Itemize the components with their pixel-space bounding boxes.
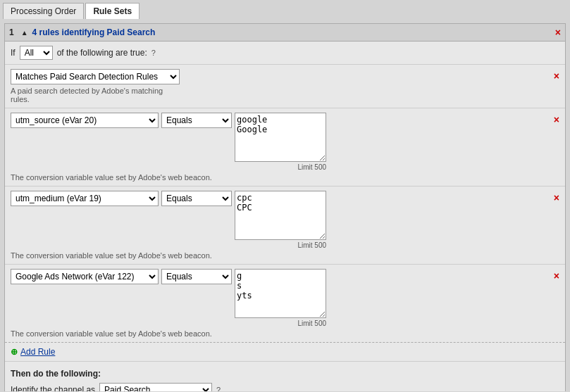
- help-icon-identify[interactable]: ?: [216, 386, 221, 391]
- of-following-label: of the following are true:: [57, 48, 147, 58]
- add-rule-link[interactable]: Add Rule: [20, 347, 55, 357]
- rule-2-limit-label: Limit 500: [235, 163, 326, 171]
- identify-label: Identify the channel as: [11, 385, 95, 391]
- rule-4-operator-dropdown[interactable]: Equals Contains Does Not Equal: [161, 269, 232, 284]
- rule-block-2: utm_source (eVar 20) Equals Contains Doe…: [5, 108, 565, 186]
- rule-block-2-inner: utm_source (eVar 20) Equals Contains Doe…: [11, 113, 547, 182]
- all-select[interactable]: All Any: [20, 46, 53, 60]
- rule-2-textarea[interactable]: google Google: [235, 113, 326, 162]
- rule-2-row: utm_source (eVar 20) Equals Contains Doe…: [11, 113, 547, 171]
- rule-4-left-dropdown[interactable]: Google Ads Network (eVar 122): [11, 269, 159, 284]
- ruleset-panel: 1 ▲ 4 rules identifying Paid Search × If…: [4, 23, 566, 391]
- rule-4-textarea[interactable]: g s yts: [235, 269, 326, 318]
- ruleset-title: 4 rules identifying Paid Search: [32, 27, 156, 37]
- ruleset-header: 1 ▲ 4 rules identifying Paid Search ×: [5, 24, 565, 42]
- rule-1-delete-button[interactable]: ×: [554, 69, 559, 82]
- then-label: Then do the following:: [11, 369, 559, 379]
- rule-4-desc: The conversion variable value set by Ado…: [11, 329, 547, 338]
- rule-1-desc: A paid search detected by Adobe's matchi…: [11, 87, 547, 103]
- ruleset-close-button[interactable]: ×: [555, 27, 561, 38]
- rule-1-row: Matches Paid Search Detection Rules: [11, 69, 547, 84]
- rule-block-3-inner: utm_medium (eVar 19) Equals Contains Doe…: [11, 191, 547, 260]
- add-rule-plus-icon: ⊕: [11, 347, 18, 357]
- help-icon-if[interactable]: ?: [151, 49, 156, 57]
- rule-3-textarea-block: cpc CPC Limit 500: [235, 191, 326, 249]
- rule-block-1-inner: Matches Paid Search Detection Rules A pa…: [11, 69, 547, 103]
- if-label: If: [11, 48, 16, 58]
- tab-processing-order[interactable]: Processing Order: [3, 3, 84, 19]
- rule-block-4: Google Ads Network (eVar 122) Equals Con…: [5, 264, 565, 342]
- identify-row: Identify the channel as Paid Search Natu…: [11, 383, 559, 391]
- rule-3-desc: The conversion variable value set by Ado…: [11, 251, 547, 260]
- collapse-icon[interactable]: ▲: [21, 29, 28, 37]
- rule-4-textarea-block: g s yts Limit 500: [235, 269, 326, 327]
- rule-4-row: Google Ads Network (eVar 122) Equals Con…: [11, 269, 547, 327]
- rule-3-row: utm_medium (eVar 19) Equals Contains Doe…: [11, 191, 547, 249]
- rule-block-4-inner: Google Ads Network (eVar 122) Equals Con…: [11, 269, 547, 338]
- rule-2-delete-button[interactable]: ×: [554, 113, 559, 125]
- rule-2-desc: The conversion variable value set by Ado…: [11, 173, 547, 182]
- if-row: If All Any of the following are true: ?: [5, 42, 565, 64]
- tab-rule-sets[interactable]: Rule Sets: [85, 3, 140, 19]
- rule-3-left-dropdown[interactable]: utm_medium (eVar 19): [11, 191, 159, 206]
- rule-2-left-dropdown[interactable]: utm_source (eVar 20): [11, 113, 159, 128]
- rule-3-limit-label: Limit 500: [235, 241, 326, 249]
- rule-1-dropdown[interactable]: Matches Paid Search Detection Rules: [11, 69, 180, 84]
- main-content: 1 ▲ 4 rules identifying Paid Search × If…: [0, 19, 570, 391]
- rule-4-limit-label: Limit 500: [235, 320, 326, 327]
- rule-2-textarea-block: google Google Limit 500: [235, 113, 326, 171]
- rule-block-1: Matches Paid Search Detection Rules A pa…: [5, 64, 565, 108]
- add-rule-row: ⊕Add Rule: [5, 342, 565, 361]
- rule-2-operator-dropdown[interactable]: Equals Contains Does Not Equal: [161, 113, 232, 128]
- identify-dropdown[interactable]: Paid Search Natural Search Display: [99, 383, 212, 391]
- rule-3-textarea[interactable]: cpc CPC: [235, 191, 326, 240]
- then-section: Then do the following: Identify the chan…: [5, 361, 565, 391]
- rule-4-delete-button[interactable]: ×: [554, 269, 559, 282]
- rule-3-operator-dropdown[interactable]: Equals Contains Does Not Equal: [161, 191, 232, 206]
- rule-3-delete-button[interactable]: ×: [554, 191, 559, 203]
- ruleset-number: 1: [9, 27, 14, 37]
- tabs-bar: Processing Order Rule Sets: [0, 0, 570, 19]
- rule-block-3: utm_medium (eVar 19) Equals Contains Doe…: [5, 186, 565, 264]
